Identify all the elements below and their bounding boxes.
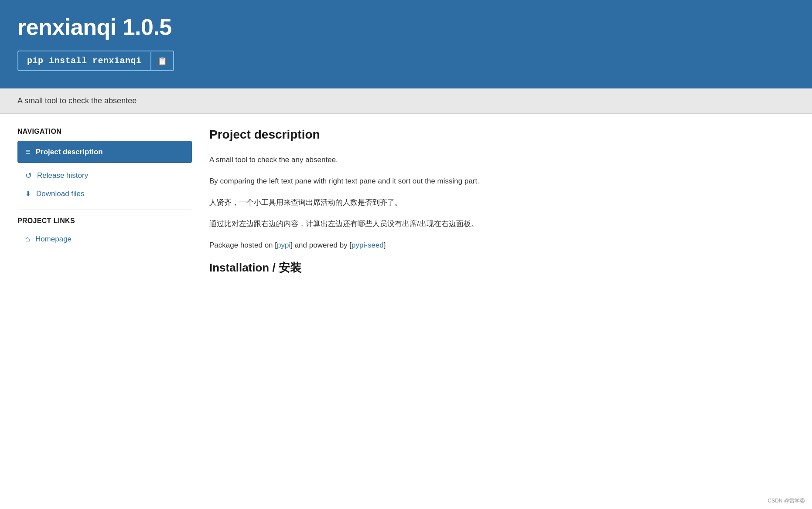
sidebar-item-download-files[interactable]: Download files [17, 185, 192, 203]
list-lines-icon [25, 147, 31, 157]
description-para-3: 人贤齐，一个小工具用来查询出席活动的人数是否到齐了。 [209, 197, 795, 209]
sidebar-item-project-description[interactable]: Project description [17, 141, 192, 163]
sidebar-release-history-label: Release history [37, 171, 88, 180]
description-para-2: By comparing the left text pane with rig… [209, 175, 795, 188]
package-title: renxianqi 1.0.5 [17, 14, 795, 40]
sidebar-item-homepage[interactable]: Homepage [17, 230, 192, 248]
sidebar: Navigation Project description Release h… [17, 128, 192, 284]
pip-install-command: pip install renxianqi [18, 51, 150, 70]
hosted-text-before: Package hosted on [ [209, 241, 277, 249]
description-para-4: 通过比对左边跟右边的内容，计算出左边还有哪些人员没有出席/出现在右边面板。 [209, 218, 795, 231]
sidebar-download-files-label: Download files [36, 190, 85, 198]
project-description-content: Project description A small tool to chec… [209, 128, 795, 284]
tagline-text: A small tool to check the absentee [17, 96, 136, 105]
description-para-1: A small tool to check the any absentee. [209, 154, 795, 166]
hero-section: renxianqi 1.0.5 pip install renxianqi 📋 [0, 0, 812, 88]
hosted-text-mid: ] and powered by [ [290, 241, 351, 249]
installation-heading: Installation / 安装 [209, 260, 795, 275]
copy-icon: 📋 [157, 56, 167, 66]
copy-button[interactable]: 📋 [150, 52, 173, 70]
sidebar-homepage-label: Homepage [35, 235, 72, 244]
hosted-text-after: ] [384, 241, 386, 249]
home-icon [25, 234, 30, 244]
pypi-seed-link[interactable]: pypi-seed [351, 241, 384, 249]
main-content: Navigation Project description Release h… [0, 114, 812, 298]
download-icon [25, 189, 31, 198]
sidebar-item-release-history[interactable]: Release history [17, 166, 192, 185]
project-links-heading: Project links [17, 217, 192, 225]
pypi-link[interactable]: pypi [277, 241, 290, 249]
navigation-heading: Navigation [17, 128, 192, 136]
sidebar-divider [17, 210, 192, 210]
project-description-heading: Project description [209, 128, 795, 142]
hosted-on-text: Package hosted on [pypi] and powered by … [209, 239, 795, 252]
history-icon [25, 171, 32, 180]
pip-install-box: pip install renxianqi 📋 [17, 51, 174, 71]
sidebar-active-label: Project description [36, 148, 103, 156]
tagline-bar: A small tool to check the absentee [0, 88, 812, 114]
